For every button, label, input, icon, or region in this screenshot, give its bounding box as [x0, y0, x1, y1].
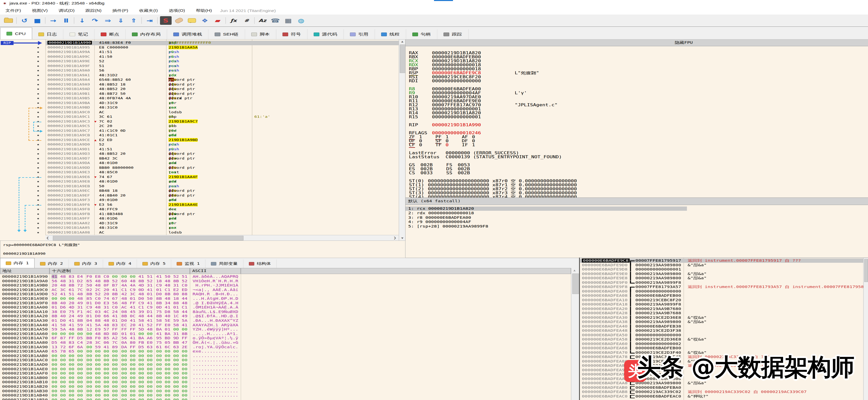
tab-符号[interactable]: 符号	[276, 29, 307, 39]
tab-CPU[interactable]: CPU	[0, 28, 32, 39]
menu-item[interactable]: 收藏夹(I)	[134, 7, 163, 14]
breakpoint-dot[interactable]	[37, 200, 39, 201]
breakpoint-dot[interactable]	[37, 75, 39, 76]
dump-tab-内存 2[interactable]: 内存 2	[34, 259, 69, 268]
disasm-row[interactable]: 00000219D1B1AA08AClodsb	[0, 230, 405, 235]
hscroll-thumb[interactable]	[53, 236, 244, 240]
dump-row[interactable]: 00000219D1B1AA1038E075F14C034C24084539D1…	[0, 310, 573, 314]
register-row[interactable]: RAX00000219D1B1A820	[405, 51, 867, 55]
dump-col-address[interactable]: 地址	[0, 268, 50, 274]
stack-row[interactable]: 000000E6BADFEA40000000E6BADFEB38	[580, 324, 868, 328]
register-row[interactable]: LastError00000000 (ERROR_SUCCESS)	[405, 151, 867, 155]
dump-row[interactable]: 00000219D1B1AB10000000000000000000000000…	[0, 380, 573, 384]
dump-row[interactable]: 00000219D1B1AA600000000000488D8D01010000…	[0, 332, 573, 336]
dump-row[interactable]: 00000219D1B1AB50000000000000000000000000…	[0, 398, 573, 400]
disasm-row[interactable]: 00000219D1B1A9E6▼74 67je 219D1B1AA4F	[0, 175, 405, 179]
register-row[interactable]: RFLAGS0000000000010246	[405, 131, 867, 135]
scroll-up-icon[interactable]: ∧	[574, 269, 576, 272]
stop-button[interactable]: ■	[32, 17, 43, 25]
breakpoint-dot[interactable]	[37, 209, 39, 210]
disasm-row[interactable]: 00000219D1B1A9C52C 20sub al,20	[0, 124, 405, 128]
dump-tab-内存 3[interactable]: 内存 3	[69, 259, 103, 268]
argument-row[interactable]: 2: rdx 0000000000000018	[405, 211, 867, 215]
register-row[interactable]: RDX0000000000000018	[405, 63, 867, 67]
register-row[interactable]: RIP00000219D1B1A990	[405, 123, 867, 127]
argument-row[interactable]: 5: [rsp+28] 00000219AA9899F8	[405, 224, 867, 229]
dump-row[interactable]: 00000219D1B1A9D0524151488B52208B423C4801…	[0, 292, 573, 296]
tab-调用堆栈[interactable]: 调用堆栈	[167, 29, 209, 39]
vscroll-thumb[interactable]	[864, 259, 868, 282]
argument-row[interactable]: 3: r8 000000E6BADFEA00	[405, 216, 867, 220]
breakpoint-dot[interactable]	[37, 79, 39, 81]
register-row[interactable]: ST(1)00000000000000000000x87r1空0.0000000…	[405, 183, 867, 187]
disasm-row[interactable]: 00000219D1B1A9E348:85C0test rax,rax	[0, 170, 405, 175]
dump-row[interactable]: 00000219D1B1AAD0000000000000000000000000…	[0, 363, 573, 367]
disasm-row[interactable]: 00000219D1B1A9F349:01D0add r8,rdx	[0, 198, 405, 202]
register-row[interactable]: ZF1PF1AF0	[405, 135, 867, 139]
breakpoint-dot[interactable]	[37, 167, 39, 169]
dump-row[interactable]: 00000219D1B1AB30000000000000000000000000…	[0, 389, 573, 393]
dump-row[interactable]: 00000219D1B1AB20000000000000000000000000…	[0, 384, 573, 389]
dump-row[interactable]: 00000219D1B1A9C0AC3C617C022C2041C1C90D41…	[0, 288, 573, 292]
disassembly-panel[interactable]: 00000219D1B1A9904148:83E4 F0and rsp,FFFF…	[0, 39, 405, 240]
stack-row[interactable]: 000000E6BADFE9D000000219AA989800&"郘&a"	[580, 263, 868, 267]
stack-row[interactable]: 000000E6BADFEA000000000000000000	[580, 289, 868, 293]
register-row[interactable]: RCX00000219D1B1A820	[405, 59, 867, 63]
stack-row[interactable]: 000000E6BADFEA5800000219CE2D36E8&"哎&a"	[580, 337, 868, 342]
register-row[interactable]: R1200007FFE817AC970"JPLISAgent.c"	[405, 103, 867, 107]
disasm-row[interactable]: 00000219D1B1A995E8 C0000000call 219D1B1A…	[0, 46, 405, 50]
scroll-up-icon[interactable]: ▲	[401, 40, 404, 43]
step-into-button[interactable]: ↓	[77, 17, 88, 25]
register-row[interactable]: R1400000219D1B1A820	[405, 111, 867, 115]
scroll-left-icon[interactable]: ❮	[46, 236, 50, 239]
register-row[interactable]: ST(2)00000000000000000000x87r2空0.0000000…	[405, 187, 867, 191]
dump-row[interactable]: 00000219D1B1AA208B40244901D066418B0C4844…	[0, 314, 573, 318]
dump-row[interactable]: 00000219D1B1AAE0000000000000000000000000…	[0, 367, 573, 371]
registers-header[interactable]: 隐藏FPU	[405, 39, 868, 46]
disasm-row[interactable]: 00000219D1B1A9B148:8B72 50mov rsi,qword …	[0, 92, 405, 96]
dump-row[interactable]: 00000219D1B1AA80D54883C4283C067C0A80FBE0…	[0, 341, 573, 345]
dump-row[interactable]: 00000219D1B1AA0001D64D31C94831C0AC41C1C9…	[0, 305, 573, 310]
stack-row[interactable]: 000000E6BADFE9E800000219AA989800&"郘&a"	[580, 276, 868, 280]
dump-row[interactable]: 00000219D1B1AA4041584159415A4883EC204152…	[0, 323, 573, 327]
disasm-row[interactable]: 00000219D1B1A9A46548:8B52 60mov rdx,qwor…	[0, 78, 405, 82]
register-row[interactable]: R130000000000000001	[405, 107, 867, 111]
dump-row[interactable]: 00000219D1B1AB40000000000000000000000000…	[0, 393, 573, 398]
memory-dump-panel[interactable]: 内存 1内存 2内存 3内存 4内存 5监视 1局部变量结构体 地址 十六进制 …	[0, 258, 579, 400]
pause-button[interactable]: Ⅱ	[61, 17, 71, 25]
dump-row[interactable]: 00000219D1B1AAF0000000000000000000000000…	[0, 371, 573, 375]
disasm-row[interactable]: 00000219D1B1A9D141:51push r9	[0, 147, 405, 152]
disasm-row[interactable]: 00000219D1B1A9DD8B80 88000000mov eax,dwo…	[0, 166, 405, 170]
breakpoint-dot[interactable]	[37, 195, 39, 196]
disasm-row[interactable]: 00000219D1B1A9D052push rdx	[0, 143, 405, 147]
restart-button[interactable]: ↺	[19, 17, 30, 25]
breakpoint-dot[interactable]	[37, 93, 39, 94]
register-row[interactable]: RBP0000000000000018	[405, 67, 867, 71]
disasm-row[interactable]: 00000219D1B1A9EF44:8B40 20mov r8d,dword …	[0, 194, 405, 198]
menu-item[interactable]: 视图(V)	[27, 7, 53, 14]
disasm-row[interactable]: 00000219D1B1A9E848:01D0add rax,rdx	[0, 179, 405, 184]
comment-button[interactable]	[186, 17, 197, 25]
step-over-button[interactable]: ↷	[89, 17, 100, 25]
disasm-row[interactable]: 00000219D1B1A9A948:8B52 18mov rdx,qword …	[0, 83, 405, 87]
tab-脚本[interactable]: 脚本	[245, 29, 276, 39]
vscroll-thumb[interactable]	[400, 45, 405, 73]
breakpoint-dot[interactable]	[37, 103, 39, 104]
stack-row[interactable]: 000000E6BADFEA2000000219AA9B7680	[580, 307, 868, 311]
breakpoint-dot[interactable]	[37, 135, 39, 136]
breakpoint-dot[interactable]	[37, 153, 39, 154]
register-row[interactable]: R150000000000000001	[405, 115, 867, 119]
disasm-row[interactable]: 00000219D1B1A9904148:83E4 F0and rsp,FFFF…	[0, 41, 405, 45]
stack-row[interactable]: 000000E6BADFE9E000000219AA989800&"郘&a"	[580, 272, 868, 276]
dump-row[interactable]: 00000219D1B1AAC0000000000000000000000000…	[0, 358, 573, 362]
font-button[interactable]: Az	[257, 17, 268, 25]
disasm-hscrollbar[interactable]: ❮ ❯	[45, 235, 399, 240]
disasm-row[interactable]: 00000219D1B1A9C13C 61cmp al,6161:'a'	[0, 115, 405, 119]
register-row[interactable]: R8000000E6BADFEA00	[405, 87, 867, 91]
disasm-row[interactable]: 00000219D1B1A9D78B42 3Cmov eax,dword ptr…	[0, 156, 405, 161]
menu-item[interactable]: 跟踪(N)	[80, 7, 107, 14]
register-row[interactable]: ST(0)00000000000000000000x87r0空0.0000000…	[405, 179, 867, 183]
breakpoint-dot[interactable]	[37, 181, 39, 182]
dump-row[interactable]: 00000219D1B1AB00000000000000000000000000…	[0, 376, 573, 380]
register-row[interactable]: CS0033SS002B	[405, 171, 867, 175]
